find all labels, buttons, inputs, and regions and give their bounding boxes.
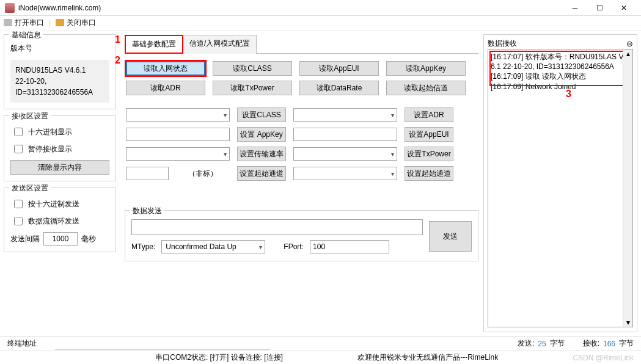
right-panel: 数据接收 ⊚ [16:17:07] 软件版本号：RNDU915LAS V4.6.… (483, 31, 641, 336)
adr-select[interactable] (293, 108, 397, 122)
group-title: 接收区设置 (9, 111, 51, 122)
recv-count-label: 接收: (583, 338, 599, 349)
group-title: 发送区设置 (9, 183, 51, 194)
set-adr-button[interactable]: 设置ADR (405, 107, 453, 122)
group-title: 数据发送 (130, 206, 164, 216)
group-title: 数据接收 (488, 38, 517, 49)
port-status: 串口COM2状态: [打开] 设备连接: [连接] (155, 352, 283, 363)
mtype-select[interactable]: Unconfirmed Data Up (161, 240, 265, 253)
watermark: CSDN @RimeLink (573, 354, 634, 362)
close-port-button[interactable]: 关闭串口 (56, 18, 96, 28)
set-datarate-button[interactable]: 设置传输速率 (237, 147, 286, 161)
tab-channel-config[interactable]: 信道/入网模式配置 (183, 35, 257, 54)
nonstandard-input[interactable] (126, 167, 169, 180)
version-info: RNDU915LAS V4.6.1 22-10-20, ID=313132306… (10, 60, 109, 103)
hex-display-checkbox[interactable]: 十六进制显示 (12, 126, 108, 138)
set-appkey-button[interactable]: 设置 AppKey (237, 127, 286, 142)
loop-send-checkbox[interactable]: 数据流循环发送 (12, 215, 108, 227)
left-panel: 基础信息 版本号 RNDU915LAS V4.6.1 22-10-20, ID=… (0, 31, 120, 336)
statusbar-2: 串口COM2状态: [打开] 设备连接: [连接] 欢迎使用锐米专业无线通信产品… (0, 351, 641, 364)
log-line: [16:17:09] 读取 读取入网状态 (491, 71, 630, 81)
tab-basic-config[interactable]: 基础参数配置 (125, 35, 183, 54)
open-port-button[interactable]: 打开串口 (4, 18, 44, 28)
send-data-input[interactable] (131, 219, 423, 235)
terminal-address-label: 终端地址 (7, 338, 37, 349)
recv-settings-group: 接收区设置 十六进制显示 暂停接收显示 清除显示内容 (4, 115, 116, 181)
basic-info-group: 基础信息 版本号 RNDU915LAS V4.6.1 22-10-20, ID=… (4, 34, 116, 109)
read-appkey-button[interactable]: 读取AppKey (386, 61, 466, 76)
interval-unit: 毫秒 (81, 234, 96, 244)
read-class-button[interactable]: 读取CLASS (213, 61, 292, 76)
datarate-select[interactable] (126, 147, 230, 161)
nonstandard-label: （非标） (176, 169, 230, 179)
txpower-select[interactable] (293, 147, 397, 161)
interval-input[interactable] (43, 232, 78, 246)
tabs: 基础参数配置 信道/入网模式配置 (125, 34, 478, 54)
class-select[interactable] (126, 108, 230, 122)
log-line: [16:17:07] 软件版本号：RNDU915LAS V4.6.1 22-10… (491, 52, 630, 71)
pause-display-checkbox[interactable]: 暂停接收显示 (12, 143, 108, 155)
read-appeui-button[interactable]: 读取AppEUI (299, 61, 379, 76)
clear-display-button[interactable]: 清除显示内容 (10, 160, 109, 175)
appeui-input[interactable] (293, 128, 397, 141)
mtype-label: MType: (131, 242, 155, 251)
set-start-channel-button-1[interactable]: 设置起始通道 (237, 166, 286, 181)
receive-log: [16:17:07] 软件版本号：RNDU915LAS V4.6.1 22-10… (488, 49, 633, 327)
recv-count-value: 166 (603, 340, 615, 348)
send-button[interactable]: 发送 (429, 221, 472, 252)
read-adr-button[interactable]: 读取ADR (126, 81, 205, 95)
log-line: [16:17:09] Network Joined (491, 82, 630, 92)
set-txpower-button[interactable]: 设置TxPower (405, 147, 453, 161)
folder-icon (56, 19, 64, 26)
appkey-input[interactable] (126, 128, 230, 141)
set-appeui-button[interactable]: 设置AppEUI (405, 127, 453, 142)
gear-icon[interactable]: ⊚ (626, 39, 633, 48)
send-count-label: 发送: (518, 338, 534, 349)
titlebar: iNode(www.rimelink.com) ─ ☐ ✕ (0, 0, 641, 16)
menubar: 打开串口 | 关闭串口 (0, 16, 641, 31)
center-panel: 1 2 基础参数配置 信道/入网模式配置 读取入网状态 读取CLASS 读取Ap… (120, 31, 483, 336)
start-channel-select[interactable] (293, 167, 397, 180)
read-datarate-button[interactable]: 读取DataRate (299, 81, 379, 95)
window-title: iNode(www.rimelink.com) (18, 4, 563, 12)
welcome-text: 欢迎使用锐米专业无线通信产品---RimeLink (357, 352, 498, 363)
scroll-up-icon[interactable]: ▴ (623, 49, 632, 58)
set-class-button[interactable]: 设置CLASS (237, 107, 286, 122)
read-start-channel-button[interactable]: 读取起始信道 (386, 81, 466, 95)
app-icon (5, 3, 15, 13)
version-label: 版本号 (10, 43, 109, 54)
set-start-channel-button-2[interactable]: 设置起始通道 (405, 166, 453, 181)
data-send-group: 数据发送 MType: Unconfirmed Data Up FPort: 发… (125, 210, 478, 261)
group-title: 基础信息 (9, 30, 43, 40)
fport-input[interactable] (310, 240, 389, 253)
minimize-button[interactable]: ─ (563, 0, 587, 16)
scroll-down-icon[interactable]: ▾ (623, 318, 632, 327)
hex-send-checkbox[interactable]: 按十六进制发送 (12, 198, 108, 210)
maximize-button[interactable]: ☐ (587, 0, 612, 16)
folder-icon (4, 19, 12, 26)
send-settings-group: 发送区设置 按十六进制发送 数据流循环发送 发送间隔 毫秒 (4, 187, 116, 252)
fport-label: FPort: (284, 242, 304, 251)
terminal-address-input[interactable] (55, 338, 270, 350)
read-txpower-button[interactable]: 读取TxPower (213, 81, 292, 95)
close-button[interactable]: ✕ (612, 0, 636, 16)
scrollbar[interactable]: ▴ ▾ (623, 49, 632, 327)
interval-label: 发送间隔 (10, 234, 40, 244)
data-receive-group: 数据接收 ⊚ [16:17:07] 软件版本号：RNDU915LAS V4.6.… (483, 34, 637, 332)
statusbar-1: 终端地址 发送:25字节 接收:166字节 (0, 336, 641, 351)
read-network-status-button[interactable]: 读取入网状态 (126, 61, 205, 76)
send-count-value: 25 (538, 340, 546, 348)
